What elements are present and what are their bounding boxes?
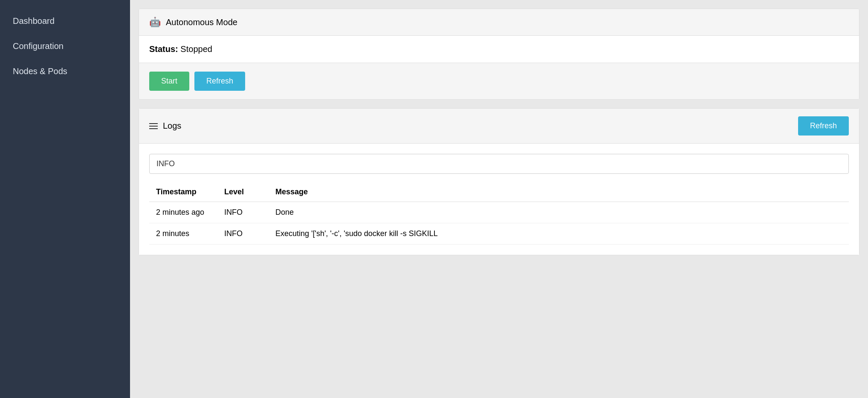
main-content: 🤖 Autonomous Mode Status: Stopped Start … bbox=[130, 0, 868, 398]
log-level: INFO bbox=[217, 223, 269, 245]
log-table: Timestamp Level Message 2 minutes ago IN… bbox=[149, 182, 849, 245]
log-timestamp: 2 minutes ago bbox=[149, 202, 217, 223]
logs-header-left: Logs bbox=[149, 121, 181, 131]
robot-icon: 🤖 bbox=[149, 17, 161, 28]
log-message: Done bbox=[269, 202, 849, 223]
sidebar-item-dashboard[interactable]: Dashboard bbox=[0, 9, 130, 34]
log-table-body: 2 minutes ago INFO Done 2 minutes INFO E… bbox=[149, 202, 849, 245]
status-value: Stopped bbox=[180, 44, 212, 54]
log-message: Executing '['sh', '-c', 'sudo docker kil… bbox=[269, 223, 849, 245]
status-label: Status: bbox=[149, 44, 178, 54]
logs-card: Logs Refresh Timestamp Level Message 2 m… bbox=[139, 108, 859, 255]
log-filter-input[interactable] bbox=[149, 154, 849, 174]
table-row: 2 minutes ago INFO Done bbox=[149, 202, 849, 223]
col-header-level: Level bbox=[217, 182, 269, 202]
sidebar-item-nodes-pods[interactable]: Nodes & Pods bbox=[0, 59, 130, 84]
log-table-header: Timestamp Level Message bbox=[149, 182, 849, 202]
hamburger-icon bbox=[149, 123, 158, 129]
button-row: Start Refresh bbox=[139, 63, 859, 99]
sidebar: Dashboard Configuration Nodes & Pods bbox=[0, 0, 130, 398]
autonomous-mode-card: 🤖 Autonomous Mode Status: Stopped Start … bbox=[139, 9, 859, 100]
status-text: Status: Stopped bbox=[149, 44, 212, 54]
col-header-timestamp: Timestamp bbox=[149, 182, 217, 202]
sidebar-item-label: Configuration bbox=[13, 41, 64, 51]
col-header-message: Message bbox=[269, 182, 849, 202]
refresh-button[interactable]: Refresh bbox=[194, 72, 245, 91]
start-button[interactable]: Start bbox=[149, 72, 189, 91]
autonomous-mode-header: 🤖 Autonomous Mode bbox=[139, 9, 859, 36]
table-row: 2 minutes INFO Executing '['sh', '-c', '… bbox=[149, 223, 849, 245]
logs-refresh-button[interactable]: Refresh bbox=[798, 116, 849, 136]
status-section: Status: Stopped bbox=[139, 36, 859, 63]
autonomous-mode-title: Autonomous Mode bbox=[166, 17, 237, 27]
sidebar-item-configuration[interactable]: Configuration bbox=[0, 34, 130, 59]
logs-body: Timestamp Level Message 2 minutes ago IN… bbox=[139, 144, 859, 255]
sidebar-item-label: Dashboard bbox=[13, 16, 55, 26]
log-level: INFO bbox=[217, 202, 269, 223]
logs-title: Logs bbox=[163, 121, 181, 131]
log-timestamp: 2 minutes bbox=[149, 223, 217, 245]
logs-header: Logs Refresh bbox=[139, 109, 859, 144]
sidebar-item-label: Nodes & Pods bbox=[13, 66, 67, 76]
